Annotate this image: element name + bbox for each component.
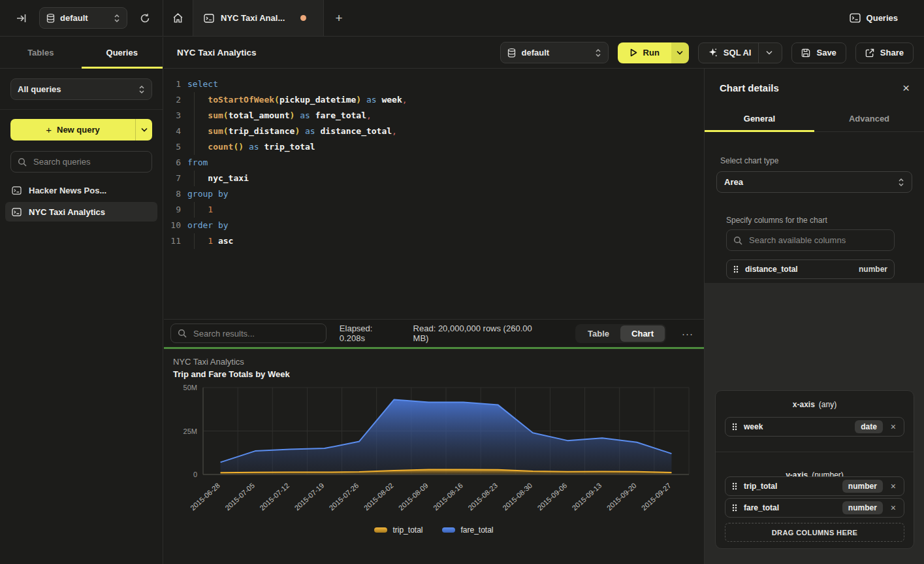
results-view-toggle: Table Chart (575, 324, 666, 343)
code-line: 6from (164, 155, 704, 171)
run-database-selector[interactable]: default (500, 42, 609, 63)
remove-column-icon[interactable]: × (889, 503, 897, 513)
database-icon (46, 14, 55, 23)
results-more-button[interactable]: ··· (679, 328, 696, 339)
legend-item-fare_total[interactable]: fare_total (442, 525, 493, 535)
remove-column-icon[interactable]: × (889, 422, 897, 432)
close-icon[interactable]: × (902, 82, 910, 94)
y-axis-column-trip-total[interactable]: trip_total number × (725, 476, 904, 496)
x-axis-column-week[interactable]: week date × (725, 417, 904, 437)
new-query-button[interactable]: + New query (10, 119, 152, 141)
line-number: 4 (164, 124, 187, 139)
indent-guide (194, 124, 195, 139)
search-icon (18, 158, 27, 167)
search-icon (178, 329, 187, 338)
terminal-icon (12, 186, 22, 195)
share-icon (865, 48, 874, 58)
x-axis-name: x-axis (793, 400, 815, 409)
line-number: 3 (164, 108, 187, 124)
line-number: 8 (164, 186, 187, 202)
queries-shortcut[interactable]: Queries (850, 0, 924, 36)
queries-shortcut-label: Queries (867, 13, 898, 23)
line-number: 7 (164, 171, 187, 186)
play-icon (629, 48, 637, 57)
line-number: 5 (164, 139, 187, 155)
terminal-icon (850, 13, 861, 23)
query-item-nyc-taxi[interactable]: NYC Taxi Analytics (5, 202, 157, 222)
chart-type-select[interactable]: Area (716, 171, 912, 193)
results-search[interactable] (170, 323, 327, 343)
svg-text:0: 0 (193, 471, 197, 478)
area-chart[interactable]: 025M50M2015-06-282015-07-052015-07-12201… (167, 383, 697, 523)
query-item-hacker-news[interactable]: Hacker News Pos... (5, 180, 157, 200)
drag-columns-drop-zone[interactable]: DRAG COLUMNS HERE (725, 523, 904, 542)
tab-general[interactable]: General (705, 106, 814, 131)
drag-handle-icon[interactable] (732, 482, 737, 490)
indent-guide (194, 139, 195, 155)
sidebar-tab-tables[interactable]: Tables (0, 37, 82, 68)
chevron-down-icon (141, 127, 148, 132)
new-query-label: New query (57, 125, 100, 135)
view-chart-button[interactable]: Chart (620, 325, 665, 342)
sql-editor[interactable]: 1select2 toStartOfWeek(pickup_datetime) … (164, 69, 704, 318)
svg-text:25M: 25M (183, 427, 197, 435)
x-axis-type-hint: (any) (819, 400, 836, 409)
columns-search-input[interactable] (748, 235, 887, 246)
available-column-distance-total[interactable]: distance_total number (726, 259, 895, 279)
sidebar-tabs: Tables Queries (0, 37, 163, 69)
home-tab[interactable] (163, 0, 193, 36)
queries-filter-select[interactable]: All queries (10, 78, 152, 100)
tab-advanced[interactable]: Advanced (814, 106, 924, 131)
chart-details-tabs: General Advanced (705, 106, 924, 132)
new-tab-button[interactable]: + (324, 0, 354, 36)
drag-handle-icon[interactable] (732, 504, 737, 512)
results-toolbar: Elapsed: 0.208s Read: 20,000,000 rows (2… (164, 319, 704, 347)
line-number: 1 (164, 76, 187, 92)
results-search-input[interactable] (192, 328, 319, 339)
drag-handle-icon[interactable] (732, 423, 737, 431)
sidebar-search-input[interactable] (32, 156, 150, 167)
collapse-sidebar-icon[interactable] (13, 10, 30, 27)
chart-details-panel: Chart details × General Advanced Select … (704, 69, 924, 564)
column-type: number (859, 265, 887, 274)
run-options-caret[interactable] (671, 42, 689, 63)
saved-query-list: Hacker News Pos... NYC Taxi Analytics (0, 180, 163, 222)
elapsed-stat: Elapsed: 0.208s (340, 323, 400, 343)
legend-item-trip_total[interactable]: trip_total (374, 525, 422, 535)
tab-strip: NYC Taxi Anal... + (163, 0, 354, 36)
columns-search[interactable] (726, 229, 895, 251)
save-icon (801, 48, 810, 58)
column-name: fare_total (744, 503, 836, 512)
run-button-main[interactable]: Run (618, 42, 671, 63)
sidebar-search[interactable] (10, 151, 152, 173)
unsaved-dot (300, 15, 306, 21)
new-query-main[interactable]: + New query (10, 124, 135, 135)
legend-label: fare_total (460, 525, 493, 535)
refresh-icon[interactable] (136, 10, 153, 27)
new-query-caret[interactable] (135, 119, 152, 141)
sidebar-tab-queries[interactable]: Queries (82, 37, 163, 68)
top-bar-left: default (0, 0, 163, 36)
database-selector[interactable]: default (39, 7, 127, 29)
run-label: Run (643, 48, 660, 58)
sql-ai-button[interactable]: SQL AI (698, 42, 783, 63)
button-divider (758, 43, 759, 63)
code-line: 5 count() as trip_total (164, 139, 704, 155)
code-line: 8group by (164, 186, 704, 202)
svg-text:2015-08-30: 2015-08-30 (501, 482, 534, 512)
remove-column-icon[interactable]: × (889, 481, 897, 491)
y-axis-column-fare-total[interactable]: fare_total number × (725, 498, 904, 518)
share-button[interactable]: Share (855, 42, 914, 63)
query-header: NYC Taxi Analytics default Run (164, 37, 924, 69)
svg-text:2015-08-16: 2015-08-16 (432, 482, 464, 512)
run-button[interactable]: Run (618, 42, 689, 63)
save-button[interactable]: Save (791, 42, 846, 63)
column-name: trip_total (744, 482, 836, 491)
drag-handle-icon[interactable] (733, 265, 739, 273)
query-item-label: Hacker News Pos... (29, 186, 106, 195)
chevron-down-icon (677, 50, 683, 55)
tab-nyc-taxi-analytics[interactable]: NYC Taxi Anal... (193, 0, 324, 36)
svg-text:2015-06-28: 2015-06-28 (189, 482, 221, 512)
view-table-button[interactable]: Table (577, 325, 620, 342)
indent-guide (194, 92, 195, 108)
